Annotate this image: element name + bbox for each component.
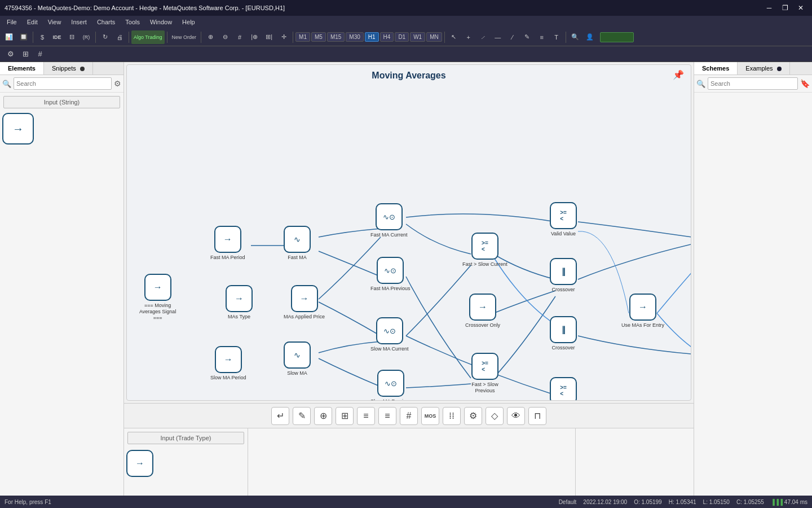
right-search-bar: 🔍 🔖 <box>694 75 812 93</box>
diagram-canvas-area[interactable]: Moving Averages 📌 <box>126 64 691 401</box>
bt-split[interactable]: ⊞ <box>336 407 354 425</box>
bt-undo[interactable]: ↵ <box>271 407 289 425</box>
node-slow-ma-previous[interactable]: ∿⊙ Slow MA Previous <box>370 370 412 401</box>
node-crossover-only[interactable]: → Crossover Only <box>465 294 500 329</box>
trendline-btn[interactable]: ∕ <box>506 30 519 44</box>
menu-charts[interactable]: Charts <box>92 17 120 27</box>
zoom-out-btn[interactable]: ⊖ <box>218 30 232 44</box>
tf-m30[interactable]: M30 <box>346 32 363 42</box>
right-filter-icon[interactable]: 🔖 <box>800 79 810 88</box>
grid-btn[interactable]: # <box>233 30 246 44</box>
node-slow-ma-current[interactable]: ∿⊙ Slow MA Current <box>370 317 409 352</box>
bt-edit[interactable]: ✎ <box>293 407 311 425</box>
menu-file[interactable]: File <box>2 17 21 27</box>
node-fast-slow-current[interactable]: >=< Fast > Slow Current <box>462 233 508 268</box>
tf-m5[interactable]: M5 <box>311 32 326 42</box>
zoom-in-btn[interactable]: ⊕ <box>204 30 217 44</box>
node-crossover-top[interactable]: ‖ Crossover <box>550 258 577 293</box>
cursor-btn[interactable]: ↖ <box>447 30 461 44</box>
refresh-btn[interactable]: ↻ <box>98 30 112 44</box>
terminal-btn[interactable]: ⊟ <box>65 30 78 44</box>
menu-tools[interactable]: Tools <box>121 17 144 27</box>
arrow-right-icon: → <box>12 122 24 135</box>
bt-mos[interactable]: MOS <box>421 407 439 425</box>
bt-delete[interactable]: ⊓ <box>528 407 546 425</box>
slow-ma-current-box: ∿⊙ <box>376 317 403 344</box>
fast-slow-current-box: >=< <box>471 233 498 260</box>
node-fast-ma-current[interactable]: ∿⊙ Fast MA Current <box>370 203 408 238</box>
mas-type-box: → <box>226 285 253 312</box>
bt-align-left[interactable]: ≡ <box>357 407 375 425</box>
tab-elements[interactable]: Elements <box>0 62 44 75</box>
print-btn[interactable]: 🖨 <box>113 30 126 44</box>
tf-m1[interactable]: M1 <box>295 32 310 42</box>
indicators-btn[interactable]: ≡ <box>535 30 549 44</box>
tf-d1[interactable]: D1 <box>395 32 409 42</box>
period-sep-btn[interactable]: |⊕ <box>248 30 261 44</box>
node-mas-applied-price[interactable]: → MAs Applied Price <box>284 285 325 320</box>
left-search-input[interactable] <box>14 77 112 90</box>
node-fast-ma-period[interactable]: → Fast MA Period <box>210 226 245 261</box>
bt-diamond[interactable]: ◇ <box>486 407 504 425</box>
draw-btn[interactable]: ✎ <box>520 30 534 44</box>
menu-insert[interactable]: Insert <box>67 17 91 27</box>
grid2-btn[interactable]: # <box>34 48 46 60</box>
new-order-btn[interactable]: New Order <box>170 30 199 44</box>
layout-btn[interactable]: ⊞ <box>19 48 32 60</box>
crosshair-btn[interactable]: ✛ <box>277 30 290 44</box>
minimize-button[interactable]: ─ <box>762 3 776 13</box>
chart-shift-btn[interactable]: ⊞| <box>262 30 276 44</box>
node-use-mas-entry[interactable]: → Use MAs For Entry <box>621 294 664 329</box>
menu-help[interactable]: Help <box>178 17 200 27</box>
ide-btn[interactable]: IDE <box>50 30 64 44</box>
input-string-node[interactable]: → <box>2 113 34 144</box>
new-chart-btn[interactable]: 📊 <box>2 30 16 44</box>
tf-mn[interactable]: MN <box>426 32 442 42</box>
node-fast-slow-previous[interactable]: >=< Fast > Slow Previous <box>462 353 508 394</box>
chart-mode-btn[interactable]: 🔲 <box>17 30 30 44</box>
bt-dots[interactable]: ⁞⁞ <box>443 407 461 425</box>
node-moving-avg-signal[interactable]: → === MovingAverages Signal=== <box>139 274 176 321</box>
line-btn[interactable]: ⟋ <box>476 30 490 44</box>
node-mas-type[interactable]: → MAs Type <box>226 285 253 320</box>
tf-w1[interactable]: W1 <box>410 32 425 42</box>
bt-align-center[interactable]: ≡ <box>378 407 396 425</box>
fast-ma-period-label: Fast MA Period <box>210 255 245 261</box>
node-valid-value-bottom[interactable]: >=< Valid Value <box>550 377 577 401</box>
menu-window[interactable]: Window <box>145 17 176 27</box>
accounts-btn[interactable]: 👤 <box>583 30 597 44</box>
menu-edit[interactable]: Edit <box>23 17 42 27</box>
tf-h1[interactable]: H1 <box>365 32 379 42</box>
bt-eye[interactable]: 👁 <box>507 407 525 425</box>
tick-chart-btn[interactable]: $ <box>36 30 49 44</box>
tab-schemes[interactable]: Schemes <box>694 62 738 75</box>
tab-snippets[interactable]: Snippets <box>44 62 93 75</box>
right-search-input[interactable] <box>708 77 798 90</box>
node-fast-ma[interactable]: ∿ Fast MA <box>284 226 311 261</box>
text-btn[interactable]: T <box>550 30 563 44</box>
bt-settings2[interactable]: ⚙ <box>464 407 482 425</box>
input-trade-type-node[interactable]: → <box>126 450 153 477</box>
search-btn[interactable]: 🔍 <box>568 30 582 44</box>
crosshair2-btn[interactable]: + <box>462 30 475 44</box>
tf-m15[interactable]: M15 <box>327 32 345 42</box>
pin-button[interactable]: 📌 <box>673 69 684 80</box>
menu-view[interactable]: View <box>43 17 66 27</box>
options-btn[interactable]: (R) <box>80 30 93 44</box>
bt-grid2[interactable]: # <box>400 407 418 425</box>
node-fast-ma-previous[interactable]: ∿⊙ Fast MA Previous <box>370 257 411 292</box>
node-slow-ma-period[interactable]: → Slow MA Period <box>210 346 246 381</box>
tab-examples[interactable]: Examples <box>738 62 789 75</box>
hline-btn[interactable]: — <box>491 30 505 44</box>
algo-trading-btn[interactable]: Algo Trading <box>131 30 165 44</box>
center-panel: Moving Averages 📌 <box>124 62 694 496</box>
bt-circle[interactable]: ⊕ <box>314 407 332 425</box>
close-button[interactable]: ✕ <box>794 3 807 13</box>
node-slow-ma[interactable]: ∿ Slow MA <box>284 341 311 376</box>
left-settings-icon[interactable]: ⚙ <box>114 79 121 88</box>
node-valid-value-top[interactable]: >=< Valid Value <box>550 202 577 237</box>
tf-h4[interactable]: H4 <box>380 32 394 42</box>
restore-button[interactable]: ❐ <box>778 3 792 13</box>
node-crossover-bottom[interactable]: ‖ Crossover <box>550 316 577 351</box>
settings-btn[interactable]: ⚙ <box>5 48 17 60</box>
